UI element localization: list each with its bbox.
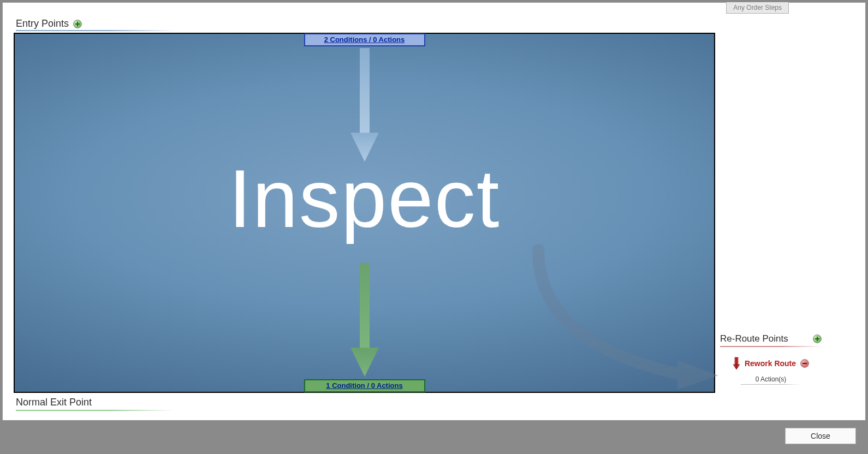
svg-marker-6 xyxy=(733,365,740,369)
exit-conditions-badge[interactable]: 1 Condition / 0 Actions xyxy=(304,379,425,392)
arrow-down-icon xyxy=(348,48,381,163)
reroute-header: Re-Route Points xyxy=(720,333,822,344)
exit-point-label: Normal Exit Point xyxy=(16,397,92,408)
red-down-arrow-icon xyxy=(733,357,740,370)
tab-any-order-steps[interactable]: Any Order Steps xyxy=(726,2,789,14)
reroute-panel: Re-Route Points Rework Route 0 Action(s) xyxy=(720,333,822,385)
add-entry-point-button[interactable] xyxy=(73,20,82,28)
entry-conditions-badge[interactable]: 2 Conditions / 0 Actions xyxy=(304,33,425,46)
close-button[interactable]: Close xyxy=(785,428,856,444)
reroute-actions-link[interactable]: 0 Action(s) xyxy=(720,375,822,383)
add-reroute-button[interactable] xyxy=(813,334,822,343)
svg-rect-2 xyxy=(360,263,370,349)
status-bar: Close xyxy=(0,420,868,454)
reroute-item[interactable]: Rework Route xyxy=(720,357,822,370)
remove-reroute-button[interactable] xyxy=(800,359,809,368)
reroute-underline xyxy=(720,346,822,347)
svg-marker-4 xyxy=(677,360,718,390)
svg-rect-5 xyxy=(735,357,738,365)
reroute-actions-underline xyxy=(741,384,801,385)
reroute-item-label: Rework Route xyxy=(745,359,796,368)
dialog-frame: Any Order Steps Entry Points 2 Condition… xyxy=(2,2,866,452)
exit-point-underline xyxy=(16,410,174,411)
reroute-arrow-icon xyxy=(506,244,724,397)
tab-bar: Any Order Steps xyxy=(726,2,789,14)
entry-points-underline xyxy=(16,30,174,31)
svg-rect-0 xyxy=(360,48,370,134)
arrow-down-exit-icon xyxy=(348,263,381,378)
node-title: Inspect xyxy=(229,151,501,246)
entry-points-header: Entry Points xyxy=(16,18,82,29)
entry-points-label: Entry Points xyxy=(16,18,69,29)
exit-point-header: Normal Exit Point xyxy=(16,397,92,408)
reroute-header-label: Re-Route Points xyxy=(720,333,788,344)
workflow-canvas[interactable]: 2 Conditions / 0 Actions Inspect xyxy=(14,33,715,393)
svg-marker-3 xyxy=(350,348,379,377)
